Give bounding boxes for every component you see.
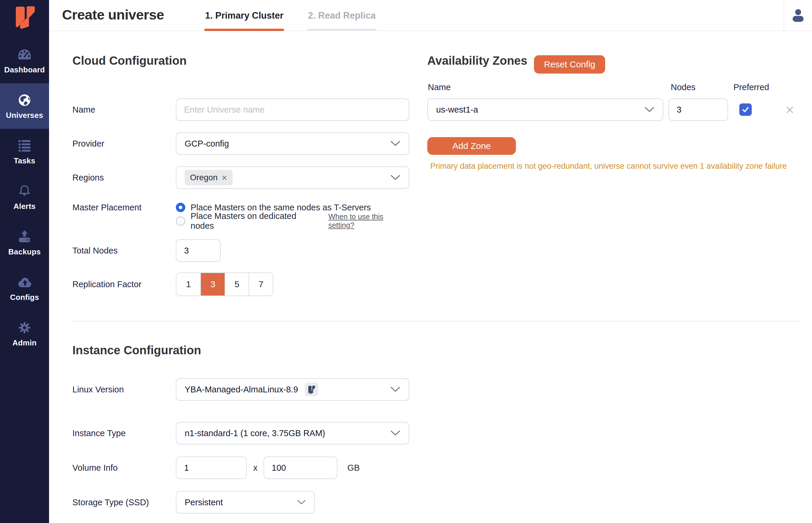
remove-region-icon[interactable] xyxy=(222,175,227,181)
cloud-configuration-panel: Cloud Configuration Name Provider GCP-co… xyxy=(72,52,409,523)
provider-value: GCP-config xyxy=(185,139,229,149)
az-column-name: Name xyxy=(428,83,451,92)
tab-primary-cluster[interactable]: 1. Primary Cluster xyxy=(204,0,284,31)
rf-option-5[interactable]: 5 xyxy=(224,273,249,295)
sidebar-item-configs[interactable]: Configs xyxy=(0,265,49,311)
page-title: Create universe xyxy=(62,6,164,23)
sidebar-nav: Dashboard Universes xyxy=(0,38,49,356)
replication-factor-label: Replication Factor xyxy=(72,279,176,289)
when-to-use-link[interactable]: When to use this setting? xyxy=(328,213,409,230)
volume-count-input[interactable] xyxy=(176,456,247,479)
sidebar-item-backups[interactable]: Backups xyxy=(0,220,49,265)
tab-bar: 1. Primary Cluster 2. Read Replica xyxy=(204,0,376,31)
total-nodes-input[interactable] xyxy=(176,239,221,262)
backup-drive-icon xyxy=(17,229,32,245)
sidebar-item-label: Alerts xyxy=(14,202,36,211)
zone-nodes-input[interactable] xyxy=(668,98,728,121)
chevron-down-icon xyxy=(390,141,400,147)
provider-select[interactable]: GCP-config xyxy=(176,132,409,155)
globe-icon xyxy=(17,92,32,108)
yugabyte-logo[interactable] xyxy=(0,4,49,29)
yugabyte-mini-logo-icon xyxy=(307,385,316,394)
storage-type-select[interactable]: Persistent xyxy=(176,491,315,513)
region-chip: Oregon xyxy=(185,170,233,185)
instance-type-row: Instance Type n1-standard-1 (1 core, 3.7… xyxy=(72,422,409,445)
total-nodes-label: Total Nodes xyxy=(72,246,176,256)
sidebar-item-admin[interactable]: Admin xyxy=(0,311,49,356)
regions-multiselect[interactable]: Oregon xyxy=(176,166,409,189)
regions-label: Regions xyxy=(72,173,176,183)
sidebar-item-label: Configs xyxy=(10,293,39,302)
volume-size-input[interactable] xyxy=(264,456,338,479)
provider-label: Provider xyxy=(72,139,176,149)
radio-same-nodes-label: Place Masters on the same nodes as T-Ser… xyxy=(191,203,371,213)
linux-version-select[interactable]: YBA-Managed-AlmaLinux-8.9 xyxy=(176,378,409,401)
storage-type-label: Storage Type (SSD) xyxy=(72,498,176,507)
replication-factor-selector: 1 3 5 7 xyxy=(176,272,273,296)
check-icon xyxy=(741,105,750,114)
bell-icon xyxy=(17,183,32,199)
name-label: Name xyxy=(72,105,176,115)
total-nodes-row: Total Nodes xyxy=(72,239,409,262)
az-zone-row: us-west1-a xyxy=(427,98,800,121)
volume-unit: GB xyxy=(347,463,360,473)
rf-option-1[interactable]: 1 xyxy=(176,273,200,295)
task-list-icon xyxy=(17,138,32,154)
sidebar-item-universes[interactable]: Universes xyxy=(0,83,49,129)
radio-dedicated-nodes[interactable] xyxy=(176,216,185,226)
az-column-nodes: Nodes xyxy=(671,83,696,92)
master-placement-label: Master Placement xyxy=(72,203,176,213)
region-chip-label: Oregon xyxy=(190,173,217,182)
user-avatar-icon[interactable] xyxy=(790,7,806,23)
sidebar-item-label: Dashboard xyxy=(4,65,45,74)
sidebar-item-tasks[interactable]: Tasks xyxy=(0,129,49,174)
chevron-down-icon xyxy=(390,175,400,181)
rf-option-3[interactable]: 3 xyxy=(200,273,224,295)
header: Create universe 1. Primary Cluster 2. Re… xyxy=(49,0,812,31)
radio-dedicated-nodes-label: Place Masters on dedicated nodes xyxy=(191,211,319,231)
geo-redundancy-warning: Primary data placement is not geo-redund… xyxy=(430,162,787,171)
yba-managed-badge xyxy=(305,383,318,396)
availability-zones-panel: Availability Zones Reset Config Name Nod… xyxy=(427,52,800,229)
regions-row: Regions Oregon xyxy=(72,166,409,189)
yugabyte-logo-icon xyxy=(12,4,38,29)
gear-icon xyxy=(17,320,32,336)
universe-name-input[interactable] xyxy=(176,98,409,121)
sidebar-item-label: Tasks xyxy=(14,156,35,165)
sidebar-item-dashboard[interactable]: Dashboard xyxy=(0,38,49,83)
sidebar-item-label: Backups xyxy=(8,247,41,256)
instance-type-label: Instance Type xyxy=(72,429,176,438)
cloud-upload-icon xyxy=(17,274,33,290)
tab-read-replica[interactable]: 2. Read Replica xyxy=(307,0,376,31)
chevron-down-icon xyxy=(297,500,306,505)
availability-zones-heading: Availability Zones xyxy=(427,54,527,67)
add-zone-button[interactable]: Add Zone xyxy=(427,137,516,155)
instance-configuration-heading: Instance Configuration xyxy=(72,344,201,357)
instance-type-value: n1-standard-1 (1 core, 3.75GB RAM) xyxy=(185,429,325,438)
volume-multiplier: x xyxy=(253,463,258,473)
zone-name-select[interactable]: us-west1-a xyxy=(427,98,663,121)
preferred-checkbox[interactable] xyxy=(739,104,752,116)
zone-name-value: us-west1-a xyxy=(436,105,478,115)
chevron-down-icon xyxy=(390,430,400,436)
create-universe-page: Dashboard Universes xyxy=(0,0,812,523)
radio-same-nodes[interactable] xyxy=(176,203,185,212)
rf-option-7[interactable]: 7 xyxy=(249,273,273,295)
sidebar: Dashboard Universes xyxy=(0,0,49,523)
chevron-down-icon xyxy=(645,107,654,112)
sidebar-item-alerts[interactable]: Alerts xyxy=(0,174,49,220)
provider-row: Provider GCP-config xyxy=(72,132,409,155)
az-column-preferred: Preferred xyxy=(734,83,769,92)
name-row: Name xyxy=(72,98,409,121)
instance-type-select[interactable]: n1-standard-1 (1 core, 3.75GB RAM) xyxy=(176,422,409,445)
storage-type-row: Storage Type (SSD) Persistent xyxy=(72,491,409,513)
volume-info-row: Volume Info x GB xyxy=(72,456,409,479)
cloud-configuration-heading: Cloud Configuration xyxy=(72,54,187,67)
linux-version-label: Linux Version xyxy=(72,385,176,395)
linux-version-row: Linux Version YBA-Managed-AlmaLinux-8.9 xyxy=(72,378,409,401)
sidebar-item-label: Admin xyxy=(13,338,37,347)
linux-version-value: YBA-Managed-AlmaLinux-8.9 xyxy=(185,385,298,395)
sidebar-item-label: Universes xyxy=(6,111,43,120)
remove-zone-icon[interactable] xyxy=(786,106,794,114)
reset-config-button[interactable]: Reset Config xyxy=(534,55,605,74)
